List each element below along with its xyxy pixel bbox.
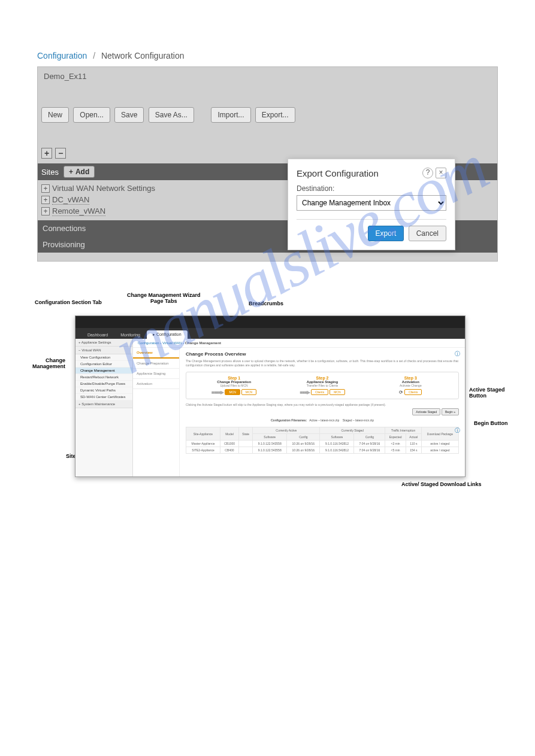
download-link[interactable]: active / staged [421,441,458,447]
app-shell: Dashboard Monitoring ▸ Configuration + A… [75,315,466,477]
tab-configuration[interactable]: ▸ Configuration [147,330,188,339]
tab-monitoring[interactable]: Monitoring [114,331,146,339]
plus-icon[interactable]: + [41,196,50,204]
side-item[interactable]: Configuration Editor [75,361,132,368]
wizard-tab-prep[interactable]: Change Preparation [133,359,179,369]
side-head-appliance[interactable]: + Appliance Settings [75,339,132,347]
sidebar: + Appliance Settings − Virtual WAN View … [75,339,133,476]
open-button[interactable]: Open... [73,107,110,123]
callout-begin: Begin Button [474,420,508,426]
side-item[interactable]: Dynamic Virtual Paths [75,387,132,394]
th-site: Site-Appliance [186,427,220,441]
side-item-change-mgmt[interactable]: Change Management [75,368,132,374]
callout-dl-links: Active/ Staged Download Links [401,481,482,487]
th-download: Download Package [421,427,458,441]
callout-change-mgmt: Change Management [32,357,65,369]
config-filenames: Configuration Filenames: Active – latest… [186,416,459,424]
export-confirm-button[interactable]: Export [368,226,404,241]
cancel-button[interactable]: Cancel [409,226,446,241]
step-sub: Transfer Files to Clients [278,384,366,387]
destination-select[interactable]: Change Management Inbox [297,195,446,211]
steps-box: Step 1 Change Preparation Upload Files t… [186,372,459,399]
download-link[interactable]: active / staged [421,447,458,454]
th-traffic: Traffic Interruption [385,427,422,434]
crumb[interactable]: Virtual WAN [162,341,182,345]
badge: MCN [330,389,344,395]
close-icon[interactable]: × [436,168,446,178]
side-item[interactable]: SD-WAN Center Certificates [75,394,132,400]
crumb-current: Change Management [185,341,221,345]
th-model: Model [220,427,238,441]
wizard-tab-overview[interactable]: Overview [133,348,179,359]
app-tabbar: Dashboard Monitoring ▸ Configuration [75,328,465,339]
export-button[interactable]: Export... [255,107,295,123]
crumb[interactable]: Configuration [138,341,159,345]
collapse-all-button[interactable]: − [55,148,66,159]
th-state: State [239,427,253,441]
step-sub: Activate Change [367,384,455,387]
wizard-tab-activation[interactable]: Activation [133,379,179,389]
plus-icon[interactable]: + [41,184,50,193]
help-icon[interactable]: ⓘ [455,427,460,435]
callout-config-tab: Configuration Section Tab [35,299,102,305]
table-row: SITE2-ApplianceCB400 9.1.0.122.54355810:… [186,447,459,454]
toolbar: New Open... Save Save As... Import... Ex… [38,105,497,129]
breadcrumb-current: Network Configuration [101,51,185,60]
page-note: Clicking the Activate Staged button will… [186,403,459,406]
badge: MCN [225,389,240,395]
callout-breadcrumbs: Breadcrumbs [249,300,283,306]
inner-breadcrumbs: Configuration › Virtual WAN › Change Man… [133,339,465,348]
tab-dashboard[interactable]: Dashboard [81,331,114,339]
step-header: Step 1 [190,376,278,380]
saveas-button[interactable]: Save As... [149,107,194,123]
sites-label: Sites [41,168,59,177]
wizard-tab-staging[interactable]: Appliance Staging [133,369,179,379]
side-item[interactable]: Enable/Disable/Purge Flows [75,381,132,387]
breadcrumb: Configuration / Network Configuration [37,51,498,60]
expand-all-button[interactable]: + [41,148,52,159]
badge: Clients [404,389,422,395]
activate-staged-button[interactable]: Activate Staged [412,408,440,415]
destination-label: Destination: [297,184,446,193]
config-title: Demo_Ex11 [38,67,497,105]
import-button[interactable]: Import... [211,107,250,123]
side-item[interactable]: View Configuration [75,354,132,361]
page-title: Change Process Overview [186,351,459,357]
site-appliance-table: Site-Appliance Model State Currently Act… [186,427,459,454]
step-3: Step 3 Activation Activate Change ⟳Clien… [367,376,455,395]
side-item[interactable]: Restart/Reboot Network [75,374,132,381]
callout-wizard-tabs: Change Management Wizard Page Tabs [127,292,200,304]
step-2: Step 2 Appliance Staging Transfer Files … [278,376,366,395]
step-header: Step 2 [278,376,366,380]
step-sub: Upload Files to MCN [190,384,278,387]
modal-title: Export Configuration [297,168,379,178]
table-row: Master-ApplianceCB1000 9.1.0.122.5435581… [186,441,459,447]
export-config-modal: Export Configuration ? × Destination: Ch… [288,159,455,250]
plus-icon[interactable]: + [41,207,50,215]
callout-active-staged: Active Staged Button [469,387,505,399]
page-desc: The Change Management process allows a u… [186,359,459,367]
main-area: Configuration › Virtual WAN › Change Man… [133,339,465,476]
th-active: Currently Active [253,427,320,434]
app-topbar [75,316,465,328]
step-header: Step 3 [367,376,455,380]
breadcrumb-sep: / [93,51,95,60]
annotated-diagram: Configuration Section Tab Change Managem… [30,289,505,498]
badge: Clients [311,389,328,395]
badge: MCN [241,389,256,395]
side-head-sys[interactable]: + System Maintenance [75,400,132,408]
breadcrumb-link[interactable]: Configuration [37,51,87,60]
begin-button[interactable]: Begin » [442,408,459,415]
th-staged: Currently Staged [320,427,385,434]
help-icon[interactable]: ? [422,168,433,178]
help-icon[interactable]: ⓘ [455,350,460,358]
add-site-button[interactable]: +Add [64,166,95,178]
page-area: ⓘ Change Process Overview The Change Man… [180,348,465,476]
step-1: Step 1 Change Preparation Upload Files t… [190,376,278,395]
wizard-tabs: Overview Change Preparation Appliance St… [133,348,180,476]
side-head-vwan[interactable]: − Virtual WAN [75,347,132,354]
new-button[interactable]: New [41,107,69,123]
save-button[interactable]: Save [114,107,144,123]
